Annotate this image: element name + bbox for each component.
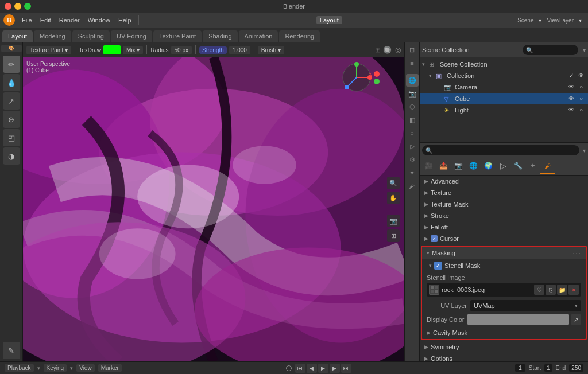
menu-edit[interactable]: Edit bbox=[37, 15, 55, 25]
strip-icon-world[interactable]: ○ bbox=[406, 127, 419, 139]
section-advanced[interactable]: ▶ Advanced bbox=[420, 176, 588, 187]
viewlayer-select[interactable]: ▾ bbox=[576, 17, 585, 24]
tool-soften[interactable]: 💧 bbox=[3, 74, 20, 91]
strip-icon-view[interactable]: ⊞ bbox=[406, 44, 419, 56]
current-frame[interactable]: 1 bbox=[515, 364, 525, 372]
scene-select[interactable]: ▾ bbox=[536, 17, 544, 24]
section-stroke[interactable]: ▶ Stroke bbox=[420, 210, 588, 221]
view-btn[interactable]: View bbox=[76, 364, 95, 372]
section-texture-mask[interactable]: ▶ Texture Mask bbox=[420, 198, 588, 210]
prop-icon-output[interactable]: 📤 bbox=[436, 159, 451, 174]
outliner-filter-icon[interactable]: ▾ bbox=[583, 47, 586, 53]
prop-icon-view[interactable]: 📷 bbox=[451, 159, 466, 174]
strip-icon-scene[interactable]: 🌐 bbox=[406, 74, 419, 87]
cube-render-icon[interactable]: 👁 bbox=[567, 94, 576, 103]
tab-layout[interactable]: Layout bbox=[2, 30, 33, 42]
strength-label[interactable]: Strength bbox=[199, 46, 227, 54]
props-filter[interactable]: ▾ bbox=[583, 147, 586, 154]
jump-start-btn[interactable]: ⏮ bbox=[295, 364, 305, 373]
jump-end-btn[interactable]: ⏭ bbox=[341, 364, 351, 373]
tool-mask[interactable]: ◑ bbox=[3, 147, 20, 165]
section-cursor[interactable]: ▶ ✓ Cursor bbox=[420, 233, 588, 244]
section-options[interactable]: ▶ Options bbox=[420, 353, 588, 361]
hand-pan-btn[interactable]: ✋ bbox=[387, 192, 400, 204]
layout-tab-active[interactable]: Layout bbox=[316, 16, 342, 24]
strength-value[interactable]: 1.000 bbox=[229, 46, 250, 54]
playback-btn[interactable]: Playback bbox=[5, 364, 34, 372]
viewport-icon-2[interactable]: 🔘 bbox=[383, 46, 392, 54]
tab-rendering[interactable]: Rendering bbox=[279, 30, 320, 42]
marker-btn[interactable]: Marker bbox=[98, 364, 122, 372]
tree-item-cube[interactable]: ▽ Cube 👁 ○ bbox=[420, 93, 588, 104]
brush-btn[interactable]: Brush bbox=[258, 46, 284, 54]
props-search[interactable]: 🔍 bbox=[422, 145, 579, 155]
cavity-mask-row[interactable]: ▶ Cavity Mask bbox=[422, 326, 586, 339]
masking-header[interactable]: ▾ Masking ··· bbox=[422, 247, 586, 259]
tab-uv-editing[interactable]: UV Editing bbox=[111, 30, 152, 42]
vis-render-icon[interactable]: ✓ bbox=[567, 71, 576, 80]
strip-icon-output[interactable]: ⬡ bbox=[406, 100, 419, 113]
uv-layer-select[interactable]: UVMap ▾ bbox=[470, 300, 581, 311]
strip-icon-view-layer[interactable]: ◧ bbox=[406, 114, 419, 126]
menu-render[interactable]: Render bbox=[56, 15, 83, 25]
camera-viewport-icon[interactable]: ○ bbox=[577, 83, 586, 92]
fullscreen-button[interactable] bbox=[24, 3, 31, 10]
tab-modeling[interactable]: Modeling bbox=[34, 30, 71, 42]
close-button[interactable] bbox=[5, 3, 11, 10]
section-symmetry[interactable]: ▶ Symmetry bbox=[420, 341, 588, 353]
strip-icon-render[interactable]: 📷 bbox=[406, 87, 419, 100]
color-swatch[interactable] bbox=[103, 45, 121, 54]
tool-clone[interactable]: ⊕ bbox=[3, 111, 20, 128]
tree-item-camera[interactable]: 📷 Camera 👁 ○ bbox=[420, 81, 588, 93]
tree-item-light[interactable]: ☀ Light 👁 ○ bbox=[420, 104, 588, 116]
tab-shading[interactable]: Shading bbox=[203, 30, 237, 42]
viewport-icon-3[interactable]: ◎ bbox=[395, 46, 401, 54]
prop-icon-brush[interactable]: 🖌 bbox=[540, 159, 555, 174]
pipette-btn[interactable]: ↗ bbox=[571, 314, 581, 325]
strip-icon-filter[interactable]: ≡ bbox=[406, 57, 419, 69]
zoom-in-btn[interactable]: 🔍 bbox=[387, 177, 400, 189]
section-falloff[interactable]: ▶ Falloff bbox=[420, 221, 588, 233]
menu-help[interactable]: Help bbox=[115, 15, 135, 25]
radius-value[interactable]: 50 px bbox=[171, 46, 192, 54]
prev-frame-btn[interactable]: ◀ bbox=[307, 364, 317, 373]
stencil-heart-btn[interactable]: ♡ bbox=[534, 285, 544, 295]
mode-header[interactable]: 🎨 bbox=[1, 45, 22, 52]
viewport-gizmo[interactable]: X Y Z bbox=[341, 62, 373, 94]
tab-texture-paint[interactable]: Texture Paint bbox=[153, 30, 202, 42]
prop-icon-object[interactable]: ▷ bbox=[496, 159, 510, 174]
camera-btn[interactable]: 📷 bbox=[387, 215, 400, 227]
viewport-mode-btn[interactable]: Texture Paint bbox=[26, 46, 71, 54]
light-render-icon[interactable]: 👁 bbox=[567, 106, 576, 115]
strip-icon-brush[interactable]: 🖌 bbox=[406, 180, 419, 192]
menu-window[interactable]: Window bbox=[84, 15, 114, 25]
strip-icon-object[interactable]: ▷ bbox=[406, 140, 419, 153]
stencil-mask-check[interactable]: ✓ bbox=[434, 262, 442, 270]
tree-item-collection[interactable]: ▾ ▣ Collection ✓ 👁 bbox=[420, 70, 588, 81]
stencil-duplicate-btn[interactable]: ⎘ bbox=[546, 285, 556, 295]
display-color-swatch[interactable] bbox=[467, 314, 569, 325]
stencil-delete-btn[interactable]: ✕ bbox=[568, 285, 579, 295]
viewport-canvas[interactable]: User Perspective (1) Cube X bbox=[23, 57, 404, 361]
grid-btn[interactable]: ⊞ bbox=[387, 229, 400, 242]
prop-icon-world[interactable]: 🌍 bbox=[481, 159, 496, 174]
start-value[interactable]: 1 bbox=[544, 364, 552, 372]
axis-x-dot[interactable] bbox=[374, 71, 380, 77]
tool-draw[interactable]: ✏ bbox=[3, 56, 20, 73]
prop-icon-scene[interactable]: 🌐 bbox=[466, 159, 481, 174]
stencil-folder-btn[interactable]: 📁 bbox=[557, 285, 567, 295]
next-frame-btn[interactable]: ▶ bbox=[330, 364, 340, 373]
tree-item-scene-collection[interactable]: ▾ ⊞ Scene Collection bbox=[420, 59, 588, 70]
menu-file[interactable]: File bbox=[18, 15, 36, 25]
light-viewport-icon[interactable]: ○ bbox=[577, 106, 586, 115]
camera-render-icon[interactable]: 👁 bbox=[567, 83, 576, 92]
cursor-check[interactable]: ✓ bbox=[431, 235, 438, 242]
strip-icon-particles[interactable]: ✦ bbox=[406, 166, 419, 179]
vis-viewport-icon[interactable]: 👁 bbox=[577, 71, 586, 80]
tool-fill[interactable]: ◰ bbox=[3, 129, 20, 146]
minimize-button[interactable] bbox=[14, 3, 21, 10]
strip-icon-modifier[interactable]: ⚙ bbox=[406, 153, 419, 166]
prop-icon-modifier[interactable]: 🔧 bbox=[510, 159, 525, 174]
masking-dots[interactable]: ··· bbox=[572, 248, 581, 258]
prop-icon-particles[interactable]: ✦ bbox=[525, 159, 540, 174]
